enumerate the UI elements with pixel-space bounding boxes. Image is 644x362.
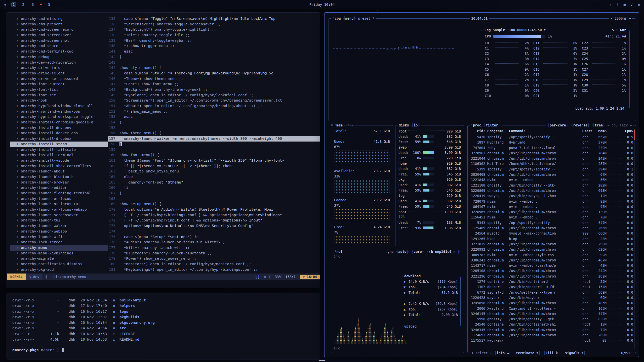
code-line[interactable]: 174: [108, 229, 320, 234]
file-item[interactable]: ∗omarchy-font-list: [10, 87, 108, 93]
code-line[interactable]: 147 *Font*) show_font_menu ;;: [108, 81, 320, 87]
file-item[interactable]: ∗omarchy-install-dropbox: [10, 136, 108, 142]
io-tab[interactable]: io: [412, 123, 420, 127]
file-item[interactable]: ∗omarchy-launch-or-focus-webapp: [10, 207, 108, 212]
net-zero-tab[interactable]: zero: [412, 250, 424, 254]
file-item[interactable]: ∗omarchy-install-docker-dbs: [10, 130, 108, 136]
nav-left-icon[interactable]: ‹: [609, 3, 611, 7]
process-row[interactable]: 2006XwaylandXwayland :1 -rootless -dhh16…: [471, 306, 633, 311]
process-row[interactable]: 1205108chromium/usr/lib/chromium/chromdh…: [471, 268, 633, 274]
process-row[interactable]: 1307dockerd/usr/bin/dockerd -H fd:root15…: [471, 284, 633, 290]
file-item[interactable]: ∗omarchy-lock-screen: [10, 240, 108, 245]
code-line[interactable]: 155: [108, 125, 320, 131]
file-item[interactable]: ∗omarchy-install-steam: [10, 142, 108, 147]
file-item[interactable]: ∗omarchy-install-xbox-controllers: [10, 163, 108, 169]
file-item[interactable]: ∗omarchy-menu-keybindings: [10, 251, 108, 256]
workspace-3[interactable]: 3: [30, 3, 35, 7]
process-row[interactable]: 3246145chromium/usr/lib/chromium/chromdh…: [471, 311, 633, 316]
process-row[interactable]: 3220869chromium/usr/lib/chromium/chromdh…: [471, 188, 633, 193]
process-row[interactable]: 3809782nvimnvim --embed style.cssdhh92M·…: [471, 252, 633, 258]
file-item[interactable]: ∗omarchy-launch-floating-terminal: [10, 191, 108, 196]
file-item[interactable]: ∗omarchy-launch-browser: [10, 180, 108, 185]
code-line[interactable]: 149 *Hyprland*) open_in_editor ~/.config…: [108, 93, 320, 98]
code-line[interactable]: 151 *About*) open_in_editor ~/.config/om…: [108, 103, 320, 109]
net-auto-tab[interactable]: auto: [396, 250, 409, 254]
process-row[interactable]: 6772signal-d/proc/self/exe --type=rdhh56…: [471, 290, 633, 295]
code-line[interactable]: 167}: [108, 191, 320, 196]
file-item[interactable]: ∗omarchy-install-vscode: [10, 158, 108, 163]
file-item[interactable]: ∗omarchy-hook: [10, 98, 108, 103]
file-item[interactable]: ∗omarchy-drive-info: [10, 65, 108, 71]
code-line[interactable]: 136 *Screensaver*) omarchy-toggle-screen…: [108, 22, 320, 27]
code-line[interactable]: 168: [108, 196, 320, 202]
menu-button[interactable]: menu: [343, 16, 356, 20]
code-line[interactable]: 139 *Bar*) omarchy-toggle-waybar ;;: [108, 38, 320, 43]
file-item[interactable]: ∗omarchy-pkg-add: [10, 267, 108, 273]
process-row[interactable]: 747804rubypuma 7.1.0 (tcp://localdhh239M…: [471, 145, 633, 151]
code-line[interactable]: 152 *) show_main_menu ;;: [108, 109, 320, 114]
clock[interactable]: Friday 16:04: [309, 3, 335, 7]
code-line[interactable]: 140 *) show_trigger_menu ;;: [108, 43, 320, 49]
process-scrollbar[interactable]: [634, 129, 635, 140]
file-item[interactable]: ∗omarchy-cmd-missing: [10, 16, 108, 22]
code-line[interactable]: 179 *Power*) show_setup_power_menu ;;: [108, 256, 320, 261]
process-row[interactable]: 5998ghostty/usr/bin/ghostty --gtk-dhh8.0…: [471, 316, 633, 322]
process-row[interactable]: 5343spotify/opt/spotify/spotifydhh547M··…: [471, 220, 633, 225]
code-line[interactable]: 170 local options="◉ Audio\n◠ Wifi\nᛒ Bl…: [108, 207, 320, 212]
code-line[interactable]: 171 [ -f ~/.config/hypr/bindings.conf ] …: [108, 212, 320, 218]
process-row[interactable]: 3221044chromium/usr/lib/chromium/chromdh…: [471, 156, 633, 161]
network-panel-title[interactable]: ³net: [333, 250, 344, 254]
file-item[interactable]: ∗omarchy-cmd-screenshot: [10, 38, 108, 43]
process-row[interactable]: 3246345chromium/usr/lib/chromium/chromdh…: [471, 327, 633, 333]
bluetooth-icon[interactable]: ᛒ: [616, 3, 618, 7]
file-item[interactable]: ∗omarchy-cmd-screensaver: [10, 32, 108, 38]
code-line[interactable]: 180 *Monitors*) open_in_editor ~/.config…: [108, 261, 320, 267]
sort-nav[interactable]: ← cpu lazy →: [607, 123, 632, 127]
process-row[interactable]: 24564mysqldmysqld --max-connection999666…: [471, 231, 633, 236]
process-row[interactable]: 3245898chromium/usr/lib/chromium/chromdh…: [471, 300, 633, 306]
code-line[interactable]: 176 *Audio*) omarchy-launch-or-focus-tui…: [108, 240, 320, 245]
process-row[interactable]: 3221035chromium/usr/lib/chromium/chromdh…: [471, 242, 633, 247]
process-row[interactable]: 1125409chromium/usr/lib/chromium/chromdh…: [471, 225, 633, 231]
code-line[interactable]: 145 case $(menu "Style" "♦ Theme\n▤ Font…: [108, 71, 320, 76]
process-row[interactable]: 1274containe/usr/bin/containerdroot59M··…: [471, 279, 633, 284]
process-row[interactable]: 728079nvimnvim --embed .dhh83M·······0.0: [471, 199, 633, 204]
file-item[interactable]: ∗omarchy-debug: [10, 54, 108, 60]
code-line[interactable]: 154}: [108, 120, 320, 125]
file-item[interactable]: ∗omarchy-menu: [10, 245, 108, 251]
code-line[interactable]: 162 if [[ "$theme" == "CNCLD" || -z "$th…: [108, 163, 320, 169]
process-row[interactable]: 1220419swaybg/usr/bin/swaybg -i /homdhh1…: [471, 193, 633, 199]
launcher-icon[interactable]: ◈: [4, 2, 6, 7]
file-item[interactable]: ∗omarchy-launch-editor: [10, 185, 108, 191]
code-line[interactable]: 161 theme=$(menu "Font" "$(omarchy-font-…: [108, 158, 320, 163]
file-item[interactable]: ∗omarchy-hyprland-window-pop: [10, 109, 108, 114]
code-line[interactable]: 141 esac: [108, 49, 320, 54]
code-line[interactable]: 178 *Bluetooth*) omarchy-launch-bluetoot…: [108, 251, 320, 256]
process-row[interactable]: 5399spotify/opt/spotify/spotify --dhh394…: [471, 167, 633, 172]
file-item[interactable]: ∗omarchy-notification-dismiss: [10, 261, 108, 267]
code-line[interactable]: 158}: [108, 142, 320, 147]
preset-button[interactable]: preset *: [358, 16, 375, 20]
process-row[interactable]: 1156451nvimnvim --embed .dhh70M·······0.…: [471, 215, 633, 220]
code-line[interactable]: 135 case $(menu "Toggle" "▢ Screensaver\…: [108, 16, 320, 22]
file-item[interactable]: ∗omarchy-hyprland-window-close-all: [10, 103, 108, 109]
process-row[interactable]: 1291265btopbtopdhh23M·······0.0: [471, 236, 633, 242]
file-item[interactable]: ∗omarchy-hyprland-workspace-toggle: [10, 114, 108, 120]
power-icon[interactable]: ◉: [638, 3, 640, 7]
file-item[interactable]: ∗omarchy-cmd-screenrecord: [10, 27, 108, 32]
file-item[interactable]: ∗omarchy-launch-screensaver: [10, 212, 108, 218]
code-line[interactable]: 143: [108, 60, 320, 65]
file-item[interactable]: ∗omarchy-cmd-terminal-cwd: [10, 49, 108, 54]
file-item[interactable]: ∗omarchy-install-terminal: [10, 152, 108, 158]
workspace-2[interactable]: 2: [21, 3, 25, 7]
dock-hint[interactable]: [319, 360, 325, 361]
file-item[interactable]: ∗omarchy-launch-or-focus-tui: [10, 201, 108, 207]
code-line[interactable]: 173 options="$options\n▣ Defaults\n⊕ DNS…: [108, 223, 320, 229]
process-row[interactable]: 1175517kworker/root0B·······0.0: [471, 338, 633, 343]
process-row[interactable]: 24540containe/usr/bin/containerd-shiroot…: [471, 322, 633, 327]
code-line[interactable]: 166 fi: [108, 185, 320, 191]
code-line[interactable]: 160show_font_menu() {: [108, 152, 320, 158]
code-line[interactable]: 157 omarchy-launch-walker -m menus:omarc…: [108, 136, 320, 142]
process-row[interactable]: 3830408chromium/usr/lib/chromium/chromdh…: [471, 172, 633, 177]
code-line[interactable]: 150 *Screensaver*) open_in_editor ~/.con…: [108, 98, 320, 103]
